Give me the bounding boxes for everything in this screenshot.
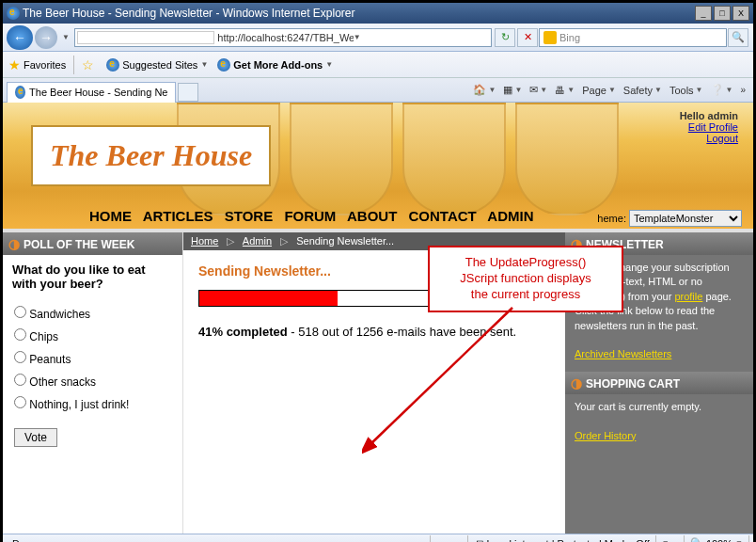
stop-button[interactable]: ✕ bbox=[517, 28, 538, 47]
status-bar: Done 🖥 Local intranet | Protected Mode: … bbox=[3, 534, 753, 542]
bc-separator-icon: ▷ bbox=[280, 235, 288, 247]
suggested-sites-link[interactable]: Suggested Sites▼ bbox=[106, 58, 208, 72]
user-box: Hello admin Edit Profile Logout bbox=[680, 110, 738, 144]
poll-option[interactable]: Other snacks bbox=[14, 374, 171, 389]
window-titlebar: The Beer House - Sending Newsletter - Wi… bbox=[3, 3, 753, 24]
page-icon bbox=[77, 31, 214, 44]
favorites-bar: ★ Favorites ☆ Suggested Sites▼ Get More … bbox=[3, 52, 753, 78]
nav-contact[interactable]: CONTACT bbox=[409, 208, 477, 224]
tab-bar: The Beer House - Sending Newsletter 🏠▼ ▦… bbox=[3, 78, 753, 103]
command-bar: 🏠▼ ▦▼ ✉▼ 🖶▼ Page▼ Safety▼ Tools▼ ❔▼ » bbox=[198, 84, 749, 96]
nav-toolbar: ← → ▼ http://localhost:6247/TBH_Web/Admi… bbox=[3, 24, 753, 52]
poll-option[interactable]: Peanuts bbox=[14, 351, 171, 366]
maximize-button[interactable]: □ bbox=[714, 6, 731, 21]
tab-favicon bbox=[15, 86, 25, 99]
protected-mode-toggle[interactable]: ▼ bbox=[656, 535, 685, 543]
print-button[interactable]: 🖶▼ bbox=[555, 85, 575, 96]
history-dropdown-icon[interactable]: ▼ bbox=[62, 33, 70, 41]
annotation-callout: The UpdateProgress() JScript function di… bbox=[428, 246, 623, 312]
zoom-level[interactable]: 🔍 100% ▼ bbox=[685, 535, 749, 543]
order-history-link[interactable]: Order History bbox=[575, 430, 636, 441]
mail-button[interactable]: ✉▼ bbox=[529, 84, 547, 96]
main-nav: HOME ARTICLES STORE FORUM ABOUT CONTACT … bbox=[89, 208, 542, 229]
help-button[interactable]: ❔▼ bbox=[711, 84, 733, 96]
close-button[interactable]: X bbox=[732, 6, 749, 21]
poll-question: What do you like to eat with your beer? bbox=[3, 255, 182, 295]
vote-button[interactable]: Vote bbox=[14, 428, 57, 447]
archived-newsletters-link[interactable]: Archived Newsletters bbox=[575, 348, 671, 359]
site-banner: The Beer House Hello admin Edit Profile … bbox=[3, 103, 753, 232]
forward-button[interactable]: → bbox=[35, 26, 57, 49]
safety-menu[interactable]: Safety▼ bbox=[623, 85, 662, 96]
get-addons-link[interactable]: Get More Add-ons▼ bbox=[217, 58, 333, 72]
poll-option[interactable]: Sandwiches bbox=[14, 306, 171, 321]
back-button[interactable]: ← bbox=[7, 25, 33, 50]
zone-icon: 🖥 bbox=[474, 538, 484, 543]
browser-tab[interactable]: The Beer House - Sending Newsletter bbox=[7, 82, 176, 103]
search-provider: Bing bbox=[559, 32, 580, 43]
bc-home[interactable]: Home bbox=[191, 235, 218, 247]
bing-icon bbox=[543, 31, 557, 44]
refresh-button[interactable]: ↻ bbox=[495, 28, 515, 47]
poll-option[interactable]: Nothing, I just drink! bbox=[14, 396, 171, 411]
page-menu[interactable]: Page▼ bbox=[582, 85, 616, 96]
hello-user: Hello admin bbox=[680, 110, 738, 121]
bc-separator-icon: ▷ bbox=[227, 235, 234, 247]
left-sidebar: ◑POLL OF THE WEEK What do you like to ea… bbox=[3, 232, 183, 534]
feeds-button[interactable]: ▦▼ bbox=[503, 84, 522, 96]
expand-chevron-icon[interactable]: » bbox=[740, 85, 746, 95]
favorites-star-icon[interactable]: ★ bbox=[8, 57, 21, 72]
search-button[interactable]: 🔍 bbox=[728, 28, 748, 47]
tools-menu[interactable]: Tools▼ bbox=[669, 85, 703, 96]
home-button[interactable]: 🏠▼ bbox=[473, 84, 496, 96]
nav-articles[interactable]: ARTICLES bbox=[143, 208, 213, 224]
ie-icon bbox=[7, 7, 20, 20]
nav-admin[interactable]: ADMIN bbox=[487, 208, 533, 224]
address-bar[interactable]: http://localhost:6247/TBH_Web/Admin/Send… bbox=[74, 28, 492, 47]
cart-header: ◑SHOPPING CART bbox=[565, 372, 753, 394]
nav-store[interactable]: STORE bbox=[225, 208, 273, 224]
security-zone: 🖥 Local intranet | Protected Mode: Off bbox=[468, 535, 656, 543]
search-box[interactable]: Bing bbox=[539, 28, 727, 47]
bc-admin[interactable]: Admin bbox=[243, 235, 272, 247]
status-text: Done bbox=[7, 535, 431, 543]
theme-select[interactable]: TemplateMonster bbox=[629, 210, 742, 227]
progress-text: 41% completed - 518 out of 1256 e-mails … bbox=[198, 324, 550, 341]
minimize-button[interactable]: _ bbox=[695, 6, 712, 21]
progress-fill bbox=[199, 291, 338, 306]
tab-title: The Beer House - Sending Newsletter bbox=[29, 87, 167, 98]
bc-current: Sending Newsletter... bbox=[296, 235, 394, 247]
favorites-label[interactable]: Favorites bbox=[24, 59, 66, 71]
nav-about[interactable]: ABOUT bbox=[347, 208, 397, 224]
poll-option[interactable]: Chips bbox=[14, 328, 171, 343]
nav-home[interactable]: HOME bbox=[89, 208, 132, 224]
edit-profile-link[interactable]: Edit Profile bbox=[680, 121, 738, 133]
site-logo: The Beer House bbox=[31, 125, 271, 186]
url-text: http://localhost:6247/TBH_Web/Admin/Send… bbox=[217, 32, 353, 43]
theme-picker: heme: TemplateMonster bbox=[597, 210, 742, 227]
nav-forum[interactable]: FORUM bbox=[284, 208, 336, 224]
window-title: The Beer House - Sending Newsletter - Wi… bbox=[23, 7, 355, 20]
address-dropdown-icon[interactable]: ▼ bbox=[354, 33, 489, 41]
logout-link[interactable]: Logout bbox=[680, 133, 738, 144]
profile-link[interactable]: profile bbox=[674, 291, 702, 302]
fav-hub-button[interactable]: ☆ bbox=[82, 57, 97, 72]
poll-header: ◑POLL OF THE WEEK bbox=[3, 232, 182, 255]
cart-section: Your cart is currently empty. Order Hist… bbox=[565, 394, 753, 453]
status-blank bbox=[431, 535, 468, 543]
page-content: The Beer House Hello admin Edit Profile … bbox=[3, 103, 753, 534]
new-tab-button[interactable] bbox=[178, 83, 198, 102]
